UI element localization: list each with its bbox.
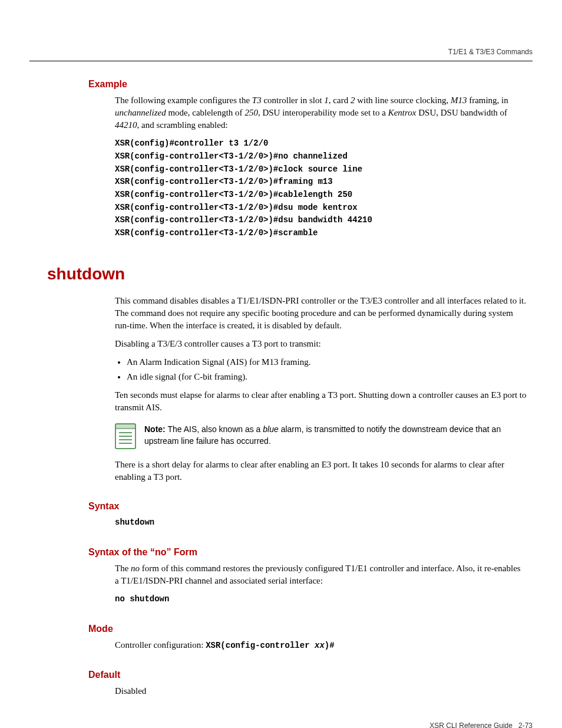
mode-heading: Mode — [88, 622, 533, 635]
syntax-no-code: no shutdown — [115, 593, 527, 606]
syntax-code: shutdown — [115, 516, 527, 529]
note-block: Note: The AIS, also known as a blue alar… — [115, 423, 527, 449]
shutdown-p4: There is a short delay for alarms to cle… — [115, 459, 527, 483]
note-icon — [115, 423, 136, 449]
syntax-no-heading: Syntax of the “no” Form — [88, 546, 533, 559]
shutdown-bullets: An Alarm Indication Signal (AIS) for M13… — [115, 356, 527, 383]
example-intro: The following example configures the T3 … — [115, 94, 527, 131]
syntax-no-text: The no form of this command restores the… — [115, 562, 527, 587]
command-title-shutdown: shutdown — [47, 262, 533, 285]
svg-rect-1 — [115, 424, 135, 429]
note-text: Note: The AIS, also known as a blue alar… — [144, 423, 527, 447]
syntax-heading: Syntax — [88, 500, 533, 513]
example-heading: Example — [88, 78, 533, 91]
shutdown-p3: Ten seconds must elapse for alarms to cl… — [115, 389, 527, 414]
mode-text: Controller configuration: XSR(config-con… — [115, 639, 527, 652]
shutdown-p2: Disabling a T3/E/3 controller causes a T… — [115, 338, 527, 350]
shutdown-p1: This command disables disables a T1/E1/I… — [115, 295, 527, 332]
list-item: An idle signal (for C-bit framing). — [127, 371, 527, 383]
default-heading: Default — [88, 668, 533, 681]
default-value: Disabled — [115, 685, 527, 697]
list-item: An Alarm Indication Signal (AIS) for M13… — [127, 356, 527, 368]
example-code: XSR(config)#controller t3 1/2/0 XSR(conf… — [115, 137, 527, 240]
running-header: T1/E1 & T3/E3 Commands — [29, 47, 533, 61]
page-footer: XSR CLI Reference Guide 2-73 — [29, 721, 533, 728]
